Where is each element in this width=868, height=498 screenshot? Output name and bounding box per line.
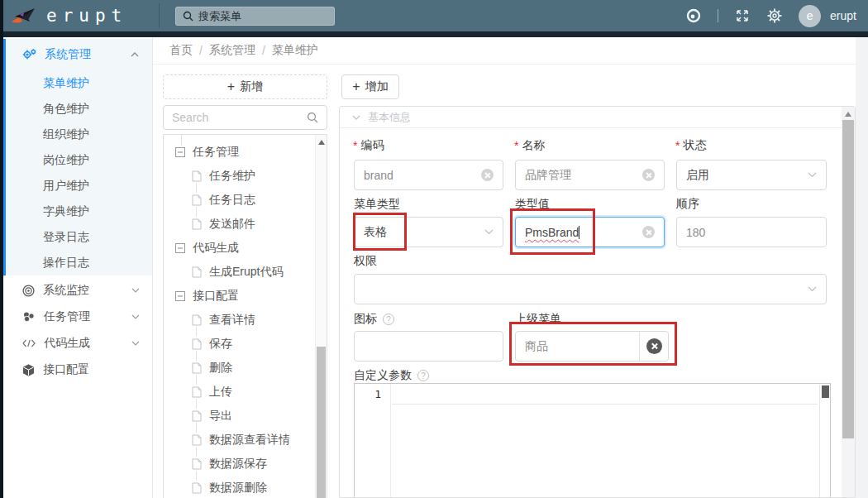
logo[interactable]: erupt bbox=[10, 0, 159, 31]
parent-menu-field[interactable] bbox=[515, 331, 669, 362]
sidebar-item-api-config[interactable]: 接口配置 bbox=[3, 357, 153, 383]
line-number: 1 bbox=[374, 388, 381, 400]
chevron-down-icon bbox=[131, 288, 140, 293]
menu-search-input[interactable] bbox=[198, 10, 322, 22]
icon-label: 图标 ? bbox=[354, 312, 394, 327]
tree-node-datasource-save[interactable]: 数据源保存 bbox=[164, 452, 312, 476]
name-input[interactable] bbox=[525, 169, 642, 182]
topbar-separator bbox=[718, 9, 718, 22]
scrollbar-thumb[interactable] bbox=[317, 347, 326, 498]
icon-input[interactable] bbox=[364, 340, 494, 353]
clear-icon[interactable] bbox=[481, 169, 494, 181]
tree-node-send-mail[interactable]: 发送邮件 bbox=[164, 212, 312, 236]
remove-parent-icon[interactable] bbox=[646, 338, 662, 354]
icon-field[interactable] bbox=[354, 331, 503, 362]
help-icon[interactable]: ? bbox=[383, 314, 394, 325]
permission-select[interactable] bbox=[354, 274, 827, 304]
sidebar-item-user-maintenance[interactable]: 用户维护 bbox=[6, 173, 152, 199]
tree-node-task-management[interactable]: 任务管理 bbox=[164, 140, 312, 164]
sidebar: 系统管理 菜单维护 角色维护 组织维护 岗位维护 用户维护 字典维护 登录日志 … bbox=[3, 37, 153, 498]
sidebar-item-post-maintenance[interactable]: 岗位维护 bbox=[6, 147, 152, 173]
tree-node-api-config[interactable]: 接口配置 bbox=[164, 284, 312, 308]
code-field[interactable] bbox=[354, 160, 503, 190]
lock-screen-icon[interactable] bbox=[685, 7, 702, 24]
breadcrumb-home[interactable]: 首页 bbox=[169, 43, 193, 58]
chevron-down-icon bbox=[131, 314, 140, 319]
custom-param-label: 自定义参数 ? bbox=[354, 368, 429, 383]
tree-node-upload[interactable]: 上传 bbox=[164, 380, 312, 404]
custom-param-editor[interactable]: 1 bbox=[354, 383, 831, 498]
sidebar-item-org-maintenance[interactable]: 组织维护 bbox=[6, 122, 152, 147]
collapse-minus-icon bbox=[175, 291, 185, 301]
editor-scrollbar[interactable] bbox=[819, 385, 829, 498]
section-basic-info[interactable]: 基本信息 bbox=[340, 107, 855, 128]
collapse-minus-icon bbox=[175, 147, 185, 157]
erupt-bird-logo-icon bbox=[10, 5, 38, 26]
code-label: *编码 bbox=[353, 138, 384, 153]
new-menu-button[interactable]: + 新增 bbox=[163, 74, 327, 99]
sidebar-item-system-management[interactable]: 系统管理 bbox=[6, 39, 152, 70]
sidebar-item-code-generation[interactable]: 代码生成 bbox=[3, 330, 153, 357]
menu-type-select[interactable]: 表格 bbox=[354, 217, 503, 247]
chevron-down-icon bbox=[808, 286, 817, 292]
sidebar-item-system-monitor[interactable]: 系统监控 bbox=[3, 277, 153, 304]
sidebar-item-role-maintenance[interactable]: 角色维护 bbox=[6, 96, 152, 122]
breadcrumb-divider bbox=[153, 64, 856, 65]
tree-node-view-detail[interactable]: 查看详情 bbox=[164, 308, 312, 332]
username[interactable]: erupt bbox=[830, 9, 856, 22]
order-input[interactable] bbox=[686, 226, 817, 239]
sidebar-item-task-management[interactable]: 任务管理 bbox=[3, 304, 153, 330]
breadcrumb-menu[interactable]: 菜单维护 bbox=[272, 43, 318, 58]
logo-text: erupt bbox=[46, 6, 127, 26]
collapse-minus-icon bbox=[175, 243, 185, 253]
tree-node-export[interactable]: 导出 bbox=[164, 404, 312, 428]
tree-node-delete[interactable]: 删除 bbox=[164, 356, 312, 380]
scrollbar-thumb[interactable] bbox=[822, 385, 829, 398]
tree-node-generate-erupt-code[interactable]: 生成Erupt代码 bbox=[164, 260, 312, 284]
tree-search-input[interactable] bbox=[172, 111, 307, 124]
order-field[interactable] bbox=[676, 217, 827, 247]
user-avatar[interactable]: e bbox=[799, 5, 821, 27]
tree-search-box[interactable] bbox=[163, 105, 327, 130]
clear-icon[interactable] bbox=[642, 169, 655, 181]
tree-node-save[interactable]: 保存 bbox=[164, 332, 312, 356]
file-icon bbox=[192, 410, 202, 422]
breadcrumb: 首页 / 系统管理 / 菜单维护 bbox=[169, 37, 318, 64]
code-icon bbox=[22, 338, 36, 348]
status-select[interactable]: 启用 bbox=[676, 160, 827, 190]
name-field[interactable] bbox=[515, 160, 665, 190]
type-value-field[interactable]: PmsBrand bbox=[515, 217, 665, 247]
section-title: 基本信息 bbox=[368, 110, 411, 125]
settings-gear-icon[interactable] bbox=[766, 7, 783, 24]
tree-scrollbar[interactable] bbox=[315, 135, 327, 498]
scroll-up-arrow[interactable] bbox=[318, 140, 325, 145]
sidebar-item-operation-log[interactable]: 操作日志 bbox=[6, 250, 152, 275]
sidebar-item-login-log[interactable]: 登录日志 bbox=[6, 224, 152, 250]
text-caret bbox=[579, 226, 579, 239]
tree-node-task-maintenance[interactable]: 任务维护 bbox=[164, 164, 312, 188]
help-icon[interactable]: ? bbox=[417, 370, 429, 381]
chevron-down-icon bbox=[484, 229, 494, 235]
scroll-up-arrow[interactable] bbox=[845, 112, 851, 117]
menu-search-box[interactable] bbox=[175, 7, 335, 26]
breadcrumb-system[interactable]: 系统管理 bbox=[209, 43, 255, 58]
file-icon bbox=[192, 458, 202, 470]
fullscreen-icon[interactable] bbox=[734, 7, 751, 24]
tree-node-datasource-view-detail[interactable]: 数据源查看详情 bbox=[164, 428, 312, 452]
editor-active-line bbox=[392, 404, 818, 405]
menu-tree-panel: 任务管理 任务维护 任务日志 发送邮件 bbox=[163, 134, 327, 498]
clear-icon[interactable] bbox=[642, 226, 655, 238]
scrollbar-thumb[interactable] bbox=[842, 120, 854, 438]
code-input[interactable] bbox=[364, 169, 481, 182]
status-label: *状态 bbox=[675, 138, 706, 153]
sidebar-item-menu-maintenance[interactable]: 菜单维护 bbox=[6, 70, 152, 96]
tree-node-task-log[interactable]: 任务日志 bbox=[164, 188, 312, 212]
parent-menu-input[interactable] bbox=[525, 340, 639, 353]
tree-node-datasource-delete[interactable]: 数据源删除 bbox=[164, 476, 312, 498]
order-label: 顺序 bbox=[676, 197, 699, 212]
sidebar-item-dict-maintenance[interactable]: 字典维护 bbox=[6, 199, 152, 224]
tree-node-code-generation[interactable]: 代码生成 bbox=[164, 236, 312, 260]
add-button[interactable]: + 增加 bbox=[341, 74, 399, 99]
panel-scrollbar[interactable] bbox=[842, 107, 855, 498]
file-icon bbox=[192, 338, 202, 350]
